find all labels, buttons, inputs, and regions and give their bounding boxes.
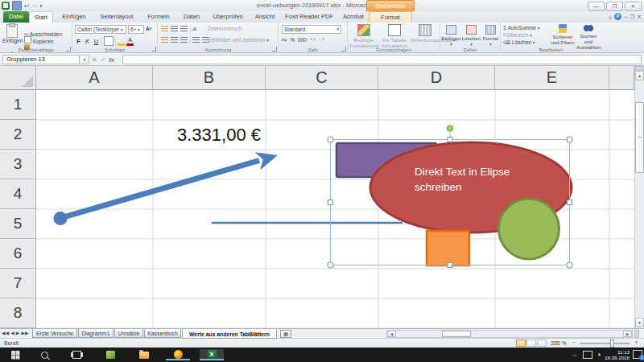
- decrease-indent-icon[interactable]: [192, 37, 200, 43]
- network-icon[interactable]: [583, 351, 592, 359]
- delete-cells-button[interactable]: Löschen▾: [461, 25, 481, 47]
- zoom-slider-thumb[interactable]: [610, 339, 614, 348]
- fill-button[interactable]: Füllbereich ▾: [503, 32, 532, 38]
- align-middle-icon[interactable]: [171, 26, 178, 32]
- tab-acrobat[interactable]: Acrobat: [338, 11, 369, 23]
- help-icon[interactable]: ?: [614, 13, 621, 20]
- tab-split-handle[interactable]: [634, 330, 639, 338]
- font-size-select[interactable]: 6+ ▾: [128, 25, 144, 34]
- enter-icon[interactable]: ✓: [101, 56, 106, 64]
- taskbar-media-app-button[interactable]: [98, 349, 122, 360]
- format-cells-button[interactable]: Format▾: [481, 25, 500, 47]
- zoom-out-button[interactable]: −: [570, 339, 577, 345]
- file-explorer-button[interactable]: [132, 349, 156, 360]
- fill-color-button[interactable]: [118, 37, 125, 46]
- firefox-button[interactable]: [166, 349, 190, 360]
- autosum-button[interactable]: Σ AutoSumme ▾: [503, 25, 539, 31]
- number-format-select[interactable]: Standard▾: [282, 25, 341, 34]
- decrease-decimal-icon[interactable]: ⁻·⁰: [319, 38, 324, 43]
- insert-worksheet-icon[interactable]: ▦: [280, 330, 291, 338]
- insert-cells-button[interactable]: Einfügen▾: [441, 25, 461, 47]
- column-header-a[interactable]: A: [36, 66, 153, 90]
- column-header-partial[interactable]: [609, 66, 634, 90]
- align-left-icon[interactable]: [161, 37, 168, 43]
- bold-button[interactable]: F: [75, 37, 82, 46]
- comma-style-button[interactable]: 000: [298, 37, 307, 43]
- scroll-right-icon[interactable]: ▶: [623, 331, 632, 337]
- cell-styles-button[interactable]: Zellenformatvorlagen: [411, 24, 440, 43]
- sheet-tab-erste-versuche[interactable]: Erste Versuche: [32, 329, 77, 338]
- italic-button[interactable]: K: [84, 37, 91, 46]
- redo-icon[interactable]: ↪: [32, 2, 38, 10]
- tab-einfuegen[interactable]: Einfügen: [56, 11, 92, 23]
- scroll-down-icon[interactable]: ▼: [635, 318, 644, 327]
- prev-sheet-icon[interactable]: ◀: [10, 330, 14, 335]
- accounting-format-button[interactable]: ¤▾: [282, 37, 287, 43]
- wrap-text-button[interactable]: Zeilenumbruch: [208, 26, 242, 31]
- zoom-level[interactable]: 355 %: [551, 340, 567, 346]
- notification-center-button[interactable]: 1: [633, 350, 642, 359]
- dialog-launcher-icon[interactable]: [66, 47, 71, 51]
- book-close-icon[interactable]: ✕: [637, 14, 642, 20]
- tab-formeln[interactable]: Formeln: [142, 11, 175, 23]
- fx-icon[interactable]: fx: [109, 56, 114, 64]
- vertical-scroll-thumb[interactable]: [635, 102, 644, 173]
- tab-ueberpruefen[interactable]: Überprüfen: [208, 11, 248, 23]
- normal-view-button[interactable]: [516, 339, 526, 347]
- book-minimize-icon[interactable]: —: [624, 14, 628, 19]
- scroll-left-icon[interactable]: ◀: [387, 331, 396, 337]
- qat-customize-icon[interactable]: ▾: [39, 3, 42, 8]
- percent-style-button[interactable]: %: [290, 37, 295, 43]
- sort-filter-button[interactable]: Sortieren und Filtern: [551, 24, 575, 45]
- dialog-launcher-icon[interactable]: [341, 47, 346, 51]
- horizontal-scrollbar[interactable]: ◀ ▶: [386, 330, 633, 338]
- orientation-button[interactable]: ⟁: [192, 26, 197, 33]
- align-bottom-icon[interactable]: [180, 26, 188, 32]
- name-box[interactable]: Gruppieren 13: [2, 55, 80, 64]
- page-break-view-button[interactable]: [537, 339, 547, 347]
- tab-ansicht[interactable]: Ansicht: [250, 11, 280, 23]
- column-header-b[interactable]: B: [153, 66, 266, 90]
- tab-daten[interactable]: Daten: [177, 11, 206, 23]
- first-sheet-icon[interactable]: ◀◀: [2, 330, 9, 335]
- sheet-tab-diagramm1[interactable]: Diagramm1: [78, 329, 114, 338]
- underline-button[interactable]: U: [93, 37, 100, 46]
- sheet-tab-werte-aus-anderen-tabblaettern[interactable]: Werte aus anderen TabBlättern: [182, 329, 277, 339]
- task-view-button[interactable]: [64, 349, 89, 360]
- column-header-c[interactable]: C: [266, 66, 378, 90]
- clear-button[interactable]: ⌫ Löschen ▾: [503, 39, 535, 46]
- undo-icon[interactable]: ↩: [24, 2, 30, 10]
- taskbar-search-button[interactable]: [32, 349, 56, 360]
- start-button[interactable]: [3, 349, 27, 360]
- select-all-corner[interactable]: [0, 66, 36, 90]
- excel-app-icon[interactable]: [2, 2, 10, 10]
- font-name-select[interactable]: Calibri (Textkörper ▾: [75, 25, 126, 34]
- conditional-formatting-button[interactable]: Bedingte Formatierung: [349, 24, 378, 48]
- sheet-tab-kassenbuch[interactable]: Kassenbuch: [144, 329, 181, 338]
- font-color-button[interactable]: A: [126, 37, 134, 46]
- tab-foxit-reader-pdf[interactable]: Foxit Reader PDF: [282, 11, 336, 23]
- tab-format[interactable]: Format: [369, 11, 412, 23]
- merge-center-button[interactable]: Verbinden und zentrieren ▾: [208, 37, 269, 43]
- tab-datei[interactable]: Datei: [3, 11, 29, 23]
- formula-input[interactable]: [122, 55, 642, 64]
- save-icon[interactable]: [12, 1, 22, 10]
- arrow-shape[interactable]: [54, 152, 279, 225]
- align-center-icon[interactable]: [171, 37, 178, 43]
- format-as-table-button[interactable]: Als Tabelle formatieren: [380, 24, 409, 48]
- sheet-tab-umsaetze[interactable]: Umsätze: [114, 329, 143, 338]
- grow-font-button[interactable]: A˄: [146, 26, 151, 31]
- borders-icon[interactable]: [104, 36, 114, 46]
- tray-expand-icon[interactable]: ︿: [572, 351, 578, 359]
- page-layout-view-button[interactable]: [526, 339, 536, 347]
- align-top-icon[interactable]: [161, 26, 168, 32]
- green-circle-shape[interactable]: [499, 199, 559, 259]
- rotation-handle[interactable]: [448, 125, 453, 131]
- book-restore-icon[interactable]: ❐: [630, 14, 634, 19]
- zoom-slider[interactable]: [580, 343, 630, 344]
- column-header-d[interactable]: D: [378, 66, 495, 90]
- horizontal-scroll-thumb[interactable]: [442, 331, 471, 337]
- align-right-icon[interactable]: [180, 37, 188, 43]
- restore-button[interactable]: ❐: [606, 2, 623, 11]
- scroll-up-icon[interactable]: ▲: [635, 71, 644, 80]
